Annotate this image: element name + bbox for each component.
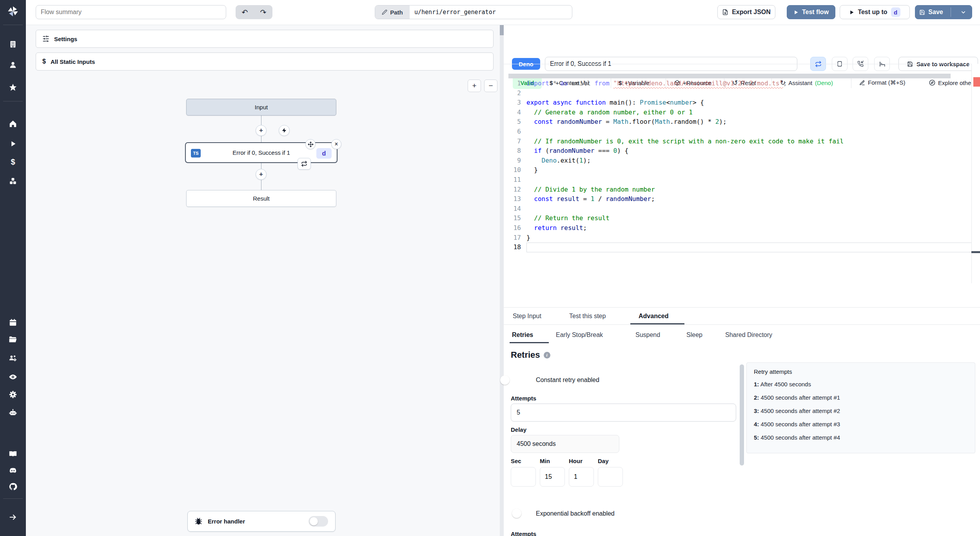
resources-cubes-icon[interactable]	[9, 177, 17, 185]
subtab-shared-directory[interactable]: Shared Directory	[725, 331, 772, 339]
audit-eye-icon[interactable]	[9, 373, 17, 381]
retry-attempts-list: 1: After 4500 seconds2: 4500 seconds aft…	[754, 378, 968, 444]
error-handler-toggle[interactable]	[309, 516, 328, 527]
variables-dollar-icon[interactable]: $	[9, 158, 17, 166]
tab-advanced[interactable]: Advanced	[639, 313, 668, 320]
redo-icon[interactable]: ↷	[254, 5, 272, 19]
retries-heading: Retries	[511, 350, 540, 360]
retries-scrollbar[interactable]	[740, 364, 744, 465]
folders-icon[interactable]	[9, 335, 17, 344]
retry-attempt-item: 4: 4500 seconds after attempt #3	[754, 418, 968, 431]
subtab-early-stop[interactable]: Early Stop/Break	[556, 331, 603, 339]
code-line[interactable]: 5 const randomNumber = Math.floor(Math.r…	[504, 117, 980, 127]
schedules-calendar-icon[interactable]	[9, 318, 17, 327]
code-line[interactable]: 12 // Divide 1 by the random number	[504, 185, 980, 195]
code-line[interactable]: 18	[504, 243, 980, 252]
next-attempts-label: Attempts	[511, 531, 536, 536]
panel-resize-divider[interactable]	[500, 25, 504, 536]
flow-panel: Settings $ All Static Inputs + − Input +…	[26, 25, 500, 536]
result-node[interactable]: Result	[186, 190, 336, 207]
step-node-label: Error if 0, Success if 1	[232, 149, 290, 156]
settings-bar-label: Settings	[54, 36, 77, 42]
workspace-icon[interactable]	[9, 40, 17, 49]
delay-input[interactable]	[511, 435, 619, 453]
trigger-zap-button[interactable]	[279, 125, 290, 136]
code-line[interactable]: 8 if (randomNumber === 0) {	[504, 146, 980, 156]
editor-scrollbar[interactable]	[508, 74, 951, 78]
exponential-backoff-label: Exponential backoff enabled	[536, 510, 615, 517]
all-static-inputs-bar[interactable]: $ All Static Inputs	[36, 53, 494, 71]
info-icon[interactable]: i	[544, 352, 550, 359]
time-field-input-min[interactable]	[540, 467, 565, 487]
export-json-button[interactable]: Export JSON	[717, 5, 775, 19]
path-edit-button[interactable]: Path	[375, 5, 410, 19]
error-marker	[973, 77, 980, 87]
zoom-in-button[interactable]: +	[468, 80, 481, 92]
workers-robot-icon[interactable]	[9, 408, 17, 417]
tab-step-input[interactable]: Step Input	[513, 313, 541, 320]
user-icon[interactable]	[9, 61, 17, 69]
settings-gear-icon[interactable]	[9, 390, 17, 399]
retry-attempt-item: 2: 4500 seconds after attempt #1	[754, 391, 968, 404]
code-line[interactable]: 4 // Generate a random number, either 0 …	[504, 108, 980, 118]
code-line[interactable]: 15 // Return the result	[504, 214, 980, 223]
code-line[interactable]: 3export async function main(): Promise<n…	[504, 98, 980, 108]
topbar: ↶ ↷ Path u/henri/error_generator Export …	[26, 0, 980, 25]
bug-icon	[195, 518, 202, 525]
add-step-button[interactable]: +	[256, 125, 267, 136]
input-node[interactable]: Input	[186, 99, 336, 116]
code-line[interactable]: 16 return result;	[504, 223, 980, 233]
code-line[interactable]: 13 const result = 1 / randomNumber;	[504, 194, 980, 204]
save-dropdown-chevron[interactable]	[955, 9, 972, 15]
time-field-input-day[interactable]	[598, 467, 623, 487]
docs-book-icon[interactable]	[9, 450, 17, 458]
attempts-input[interactable]	[511, 404, 736, 422]
groups-users-gear-icon[interactable]	[9, 354, 17, 362]
error-handler-bar[interactable]: Error handler	[187, 511, 336, 532]
discord-icon[interactable]	[9, 466, 17, 475]
flow-settings-bar[interactable]: Settings	[36, 30, 494, 48]
subtab-sleep[interactable]: Sleep	[686, 331, 702, 339]
time-field-input-hour[interactable]	[569, 467, 594, 487]
code-line[interactable]: 10 }	[504, 165, 980, 175]
collapse-arrow-icon[interactable]	[9, 513, 17, 522]
add-step-button[interactable]: +	[256, 169, 267, 180]
zoom-out-button[interactable]: −	[484, 80, 497, 92]
flow-summary-input[interactable]	[36, 5, 226, 19]
path-value[interactable]: u/henri/error_generator	[410, 5, 572, 19]
delete-step-button[interactable]: ×	[331, 139, 341, 149]
windmill-logo-icon[interactable]	[6, 5, 20, 18]
minimap[interactable]	[971, 64, 980, 283]
code-line[interactable]: 14	[504, 204, 980, 214]
test-up-to-button[interactable]: Test up to d	[840, 5, 910, 19]
home-icon[interactable]	[9, 120, 17, 128]
code-line[interactable]: 1import * as wmill from "https://deno.la…	[504, 79, 980, 89]
code-line[interactable]: 7 // If randomNumber is 0, exit the scri…	[504, 137, 980, 147]
code-line[interactable]: 17}	[504, 233, 980, 243]
undo-icon[interactable]: ↶	[236, 5, 254, 19]
subtab-retries[interactable]: Retries	[512, 331, 533, 339]
delay-label: Delay	[511, 426, 526, 433]
step-retry-indicator-button[interactable]	[298, 158, 311, 170]
sidebar-divider	[3, 25, 23, 25]
path-label: Path	[390, 9, 403, 16]
time-field-input-sec[interactable]	[511, 467, 536, 487]
code-line[interactable]: 6	[504, 127, 980, 137]
attempts-label: Attempts	[511, 395, 536, 402]
sidebar: $	[0, 0, 26, 536]
tabs-top-border	[504, 307, 980, 308]
tab-test-this-step[interactable]: Test this step	[569, 313, 606, 320]
code-line[interactable]: 9 Deno.exit(1);	[504, 156, 980, 166]
code-line[interactable]: 2	[504, 89, 980, 98]
github-icon[interactable]	[9, 482, 17, 491]
runs-play-icon[interactable]	[9, 139, 17, 148]
code-line[interactable]: 11	[504, 175, 980, 185]
subtab-suspend[interactable]: Suspend	[635, 331, 660, 339]
test-flow-button[interactable]: Test flow	[787, 5, 835, 19]
input-node-label: Input	[255, 104, 268, 110]
favorites-star-icon[interactable]	[9, 83, 17, 92]
sliders-icon	[42, 35, 49, 42]
step-editor-panel: Deno Save to workspace Valid $+Context V…	[504, 25, 980, 536]
move-step-button[interactable]	[305, 139, 316, 149]
save-button[interactable]: Save	[915, 9, 947, 16]
